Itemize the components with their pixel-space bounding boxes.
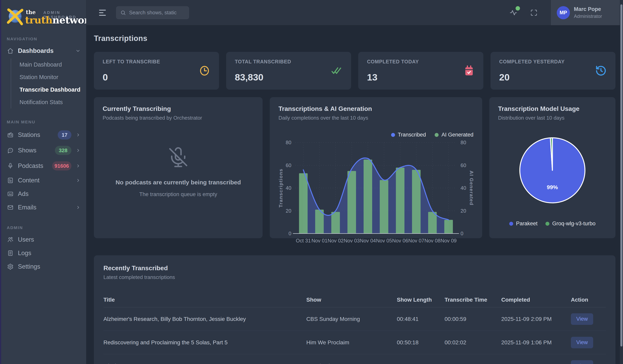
chevron-right-icon: [76, 163, 81, 168]
view-button[interactable]: View: [571, 313, 593, 325]
sidebar-item-ads[interactable]: Ad Ads: [7, 187, 81, 201]
svg-text:0: 0: [289, 231, 291, 236]
sidebar-item-logs[interactable]: Logs: [7, 246, 81, 260]
table-row: Missing Grace Growing in Grace 00:33:00 …: [103, 354, 606, 364]
table-header-row: Title Show Show Length Transcribe Time C…: [103, 292, 606, 307]
view-button[interactable]: View: [571, 337, 593, 348]
sidebar-item-label: Users: [18, 236, 34, 243]
sidebar-item-settings[interactable]: Settings: [7, 260, 81, 273]
topbar: MP Marc Pope Administrator: [86, 0, 623, 25]
svg-text:99%: 99%: [547, 184, 558, 190]
cell-transcribe-time: 00:00:59: [445, 316, 501, 322]
stat-value: 20: [499, 72, 565, 83]
svg-text:Nov 08: Nov 08: [424, 238, 441, 243]
brand-wordmark: the truthnetwork: [25, 10, 86, 25]
card-subtitle: Daily completions over the last 10 days: [278, 115, 473, 121]
page-title: Transcriptions: [94, 34, 615, 43]
sidebar-item-label: Emails: [18, 204, 36, 211]
search-icon: [120, 10, 126, 16]
svg-text:60: 60: [286, 162, 291, 168]
user-menu[interactable]: MP Marc Pope Administrator: [551, 0, 623, 25]
sidebar-item-transcribe-dashboard[interactable]: Transcribe Dashboard: [20, 83, 81, 96]
svg-text:60: 60: [461, 162, 466, 168]
sidebar-item-label: Dashboards: [18, 47, 53, 54]
chart-legend: Transcribed AI Generated: [278, 132, 473, 138]
sidebar-item-shows[interactable]: Shows 328: [7, 143, 81, 158]
svg-text:Ad: Ad: [9, 193, 12, 195]
page-content: Transcriptions LEFT TO TRANSCRIBE 0 TOTA…: [86, 25, 623, 364]
stat-label: LEFT TO TRANSCRIBE: [103, 59, 160, 64]
activity-status-button[interactable]: [510, 9, 517, 17]
sidebar-item-users[interactable]: Users: [7, 233, 81, 246]
svg-text:80: 80: [286, 140, 291, 145]
chevron-right-icon: [76, 205, 81, 210]
page-scrollbar[interactable]: [620, 0, 623, 364]
section-label-navigation: NAVIGATION: [7, 37, 81, 41]
legend-item-ai-generated: AI Generated: [435, 132, 473, 138]
legend-item-parakeet: Parakeet: [509, 221, 537, 227]
svg-text:20: 20: [461, 208, 466, 214]
fullscreen-button[interactable]: [530, 9, 537, 16]
sidebar-item-notification-stats[interactable]: Notification Stats: [20, 96, 81, 108]
chevron-right-icon: [76, 148, 81, 153]
card-title: Transcriptions & AI Generation: [278, 105, 473, 112]
sidebar-item-station-monitor[interactable]: Station Monitor: [20, 71, 81, 83]
card-subtitle: Distribution over last 10 days: [498, 115, 607, 121]
cell-completed: 2025-11-09 1:06 PM: [501, 339, 571, 346]
app-root: ADMIN DASHBOARD the truthnetwork NAVIGAT…: [0, 0, 623, 364]
search-input[interactable]: [129, 10, 196, 16]
legend-item-groq: Groq-wlg-v3-turbo: [545, 221, 596, 227]
user-name: Marc Pope: [574, 6, 602, 12]
card-title: Recently Transcribed: [103, 264, 606, 272]
scrollbar-thumb[interactable]: [621, 4, 623, 346]
model-usage-card: Transcription Model Usage Distribution o…: [489, 97, 615, 238]
globe-cross-logo-icon: [6, 6, 24, 26]
section-label-admin: ADMIN: [7, 225, 81, 230]
talk-bubble-icon: [7, 147, 14, 154]
sidebar-item-dashboards[interactable]: Dashboards: [7, 44, 81, 58]
column-header-show: Show: [306, 297, 397, 303]
stat-label: COMPLETED TODAY: [367, 59, 419, 64]
cell-transcribe-time: 00:02:02: [445, 339, 501, 346]
clock-icon: [199, 64, 210, 77]
svg-text:0: 0: [461, 231, 463, 236]
column-header-action: Action: [571, 297, 606, 303]
sidebar-item-label: Content: [18, 177, 40, 184]
table-row: Rediscovering and Proclaiming the 5 Sola…: [103, 331, 606, 354]
view-button[interactable]: View: [571, 360, 593, 364]
pie-chart: 99%: [498, 122, 607, 219]
cell-completed: 2025-11-09 12:06 PM: [501, 363, 571, 364]
sidebar-item-stations[interactable]: Stations 17: [7, 127, 81, 143]
svg-text:Nov 09: Nov 09: [441, 238, 457, 243]
sidebar-item-main-dashboard[interactable]: Main Dashboard: [20, 59, 81, 71]
legend-label: Groq-wlg-v3-turbo: [552, 221, 596, 227]
sidebar-toggle-button[interactable]: [99, 10, 106, 16]
gear-icon: [7, 263, 14, 270]
brand-logo: ADMIN DASHBOARD the truthnetwork: [7, 5, 81, 29]
sidebar-item-emails[interactable]: Emails: [7, 201, 81, 214]
column-header-show-length: Show Length: [397, 297, 445, 303]
cell-show: CBS Sunday Morning: [306, 316, 397, 322]
svg-text:Nov 03: Nov 03: [344, 238, 360, 243]
history-icon: [595, 65, 607, 77]
stations-count-badge: 17: [58, 130, 71, 140]
sidebar-item-label: Ads: [18, 190, 28, 198]
stat-value: 0: [103, 72, 160, 83]
sidebar: ADMIN DASHBOARD the truthnetwork NAVIGAT…: [0, 0, 86, 364]
avatar: MP: [557, 6, 570, 19]
cell-show-length: 00:33:00: [397, 363, 445, 364]
home-icon: [7, 48, 14, 54]
stat-label: TOTAL TRANSCRIBED: [235, 59, 291, 64]
svg-text:AI Generated: AI Generated: [469, 170, 473, 205]
transcriptions-chart-card: Transcriptions & AI Generation Daily com…: [270, 97, 482, 238]
cell-transcribe-time: 00:00:36: [445, 363, 501, 364]
online-status-dot: [516, 6, 520, 11]
microphone-icon: [7, 163, 14, 169]
sidebar-item-podcasts[interactable]: Podcasts 91606: [7, 158, 81, 174]
stat-card-total-transcribed: TOTAL TRANSCRIBED 83,830: [226, 52, 351, 90]
cell-show: Him We Proclaim: [306, 339, 397, 346]
svg-text:Nov 06: Nov 06: [392, 238, 408, 243]
stat-card-completed-today: COMPLETED TODAY 13: [358, 52, 483, 90]
sidebar-item-content[interactable]: Content: [7, 174, 81, 187]
sidebar-item-label: Logs: [18, 250, 31, 257]
